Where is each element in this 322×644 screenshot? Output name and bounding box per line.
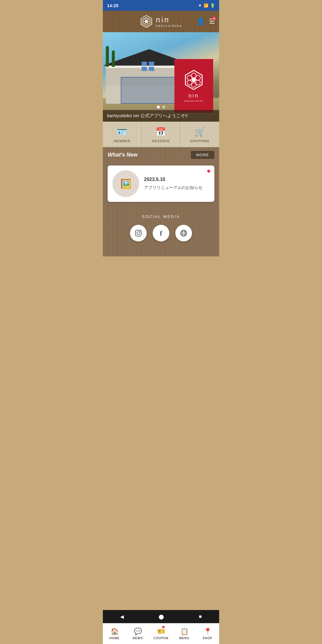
signal-icon: 📶 — [204, 3, 208, 8]
status-time: 14:25 — [107, 3, 118, 8]
photo-placeholder-icon: 🖼️ — [120, 179, 131, 189]
profile-icon[interactable]: 👤 — [197, 18, 205, 25]
reserve-icon: 📅 — [156, 127, 166, 137]
more-button[interactable]: MORE — [191, 151, 214, 159]
svg-point-16 — [192, 78, 196, 82]
wifi-icon: ▼ — [198, 3, 202, 8]
svg-point-15 — [187, 75, 192, 80]
svg-point-3 — [147, 19, 150, 21]
facebook-icon: f — [160, 229, 162, 237]
instagram-button[interactable] — [130, 225, 147, 242]
member-label: MEMBER — [114, 139, 130, 143]
facebook-button[interactable]: f — [153, 225, 169, 242]
hero-banner: nin kamiyuidoko kamiyuidoko nin 公式アプリへよう… — [103, 32, 219, 122]
logo-text-group: nin kamiyuidoko — [156, 16, 182, 27]
logo-subtitle: kamiyuidoko — [156, 24, 182, 27]
svg-point-14 — [187, 80, 192, 85]
red-banner: nin kamiyuidoko — [174, 59, 213, 113]
logo-name: nin — [156, 16, 182, 24]
banner-brand-sub: kamiyuidoko — [184, 100, 204, 102]
hero-dot-1[interactable] — [157, 106, 160, 109]
menu-badge: N — [212, 16, 216, 21]
svg-point-8 — [145, 20, 148, 23]
whats-new-header: What's New MORE — [103, 147, 219, 162]
svg-point-11 — [196, 75, 200, 80]
svg-point-7 — [143, 19, 145, 21]
news-content: 2023.5.10 アプリリニューアルのお知らせ — [144, 177, 210, 191]
logo: nin kamiyuidoko — [140, 15, 182, 28]
news-unread-dot — [207, 170, 210, 173]
member-icon: 🪪 — [117, 127, 127, 137]
status-bar: 14:25 ▼ 📶 🔋 — [103, 0, 219, 11]
battery-icon: 🔋 — [210, 3, 215, 8]
menu-icon[interactable]: ☰ N — [209, 18, 215, 25]
news-date: 2023.5.10 — [144, 177, 210, 182]
banner-brand: nin — [188, 93, 199, 99]
instagram-icon — [134, 229, 143, 237]
news-card[interactable]: 🖼️ 2023.5.10 アプリリニューアルのお知らせ — [108, 165, 214, 202]
hero-dot-2[interactable] — [162, 106, 165, 109]
quick-item-shopping[interactable]: 🛒 SHOPPING — [181, 122, 219, 147]
globe-icon — [179, 229, 188, 237]
building-windows — [142, 62, 155, 71]
logo-hexagon-icon — [140, 15, 153, 28]
building-glass — [121, 77, 180, 104]
shopping-icon: 🛒 — [195, 127, 205, 137]
banner-emblem-icon — [183, 69, 204, 90]
news-thumbnail: 🖼️ — [112, 170, 139, 197]
reserve-label: RESERVE — [152, 139, 170, 143]
social-title: SOCIAL MEDIA — [142, 214, 180, 219]
social-section: SOCIAL MEDIA f — [103, 207, 219, 256]
app-header: nin kamiyuidoko 👤 ☰ N — [103, 11, 219, 32]
whats-new-title: What's New — [108, 152, 137, 158]
svg-point-6 — [143, 21, 145, 24]
news-section: 🖼️ 2023.5.10 アプリリニューアルのお知らせ — [103, 162, 219, 207]
status-icons: ▼ 📶 🔋 — [198, 3, 215, 8]
hero-pagination[interactable] — [103, 106, 219, 109]
quick-item-member[interactable]: 🪪 MEMBER — [103, 122, 142, 147]
shopping-label: SHOPPING — [190, 139, 210, 143]
social-icons: f — [130, 225, 192, 242]
quick-menu: 🪪 MEMBER 📅 RESERVE 🛒 SHOPPING — [103, 122, 219, 147]
header-icons: 👤 ☰ N — [197, 18, 215, 25]
trees — [106, 46, 115, 68]
svg-point-18 — [137, 232, 140, 235]
hero-caption: kamiyuidoko nin 公式アプリへようこそ!! — [103, 110, 219, 122]
quick-item-reserve[interactable]: 📅 RESERVE — [142, 122, 180, 147]
news-text: アプリリニューアルのお知らせ — [144, 185, 210, 191]
website-button[interactable] — [175, 225, 192, 242]
svg-point-19 — [140, 231, 141, 232]
